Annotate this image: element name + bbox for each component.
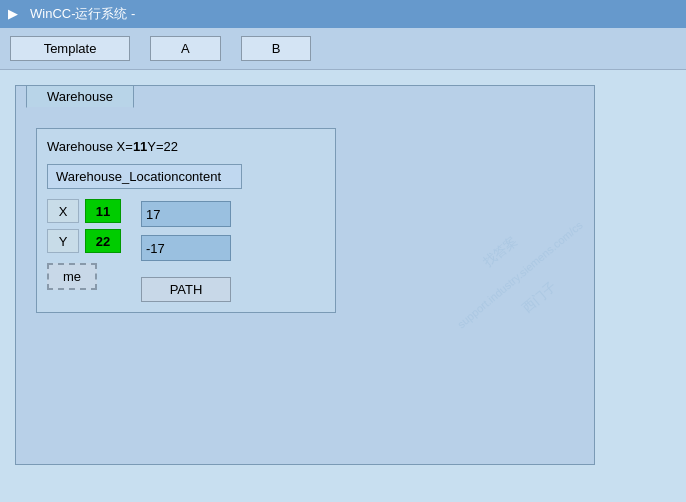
warehouse-panel: Warehouse Warehouse X=11Y=22 Warehouse_L… xyxy=(15,85,595,465)
location-content: Warehouse_Locationcontent xyxy=(47,164,242,189)
path-button[interactable]: PATH xyxy=(141,277,231,302)
x-label: X xyxy=(47,199,79,223)
warehouse-tab[interactable]: Warehouse xyxy=(26,85,134,108)
warehouse-box-title: Warehouse X=11Y=22 xyxy=(47,139,325,154)
a-button[interactable]: A xyxy=(150,36,221,61)
inner-layout: X 11 Y 22 me 17 -17 xyxy=(47,199,325,302)
b-button[interactable]: B xyxy=(241,36,312,61)
input-field-2[interactable]: -17 xyxy=(141,235,231,261)
warehouse-box: Warehouse X=11Y=22 Warehouse_Locationcon… xyxy=(36,128,336,313)
x-row: X 11 xyxy=(47,199,121,223)
app-title: WinCC-运行系统 - xyxy=(30,5,135,23)
title-bar: ▶ WinCC-运行系统 - xyxy=(0,0,686,28)
y-row: Y 22 xyxy=(47,229,121,253)
toolbar: Template A B xyxy=(0,28,686,70)
x-val-title: 11 xyxy=(133,139,147,154)
x-value: 11 xyxy=(85,199,121,223)
left-side: X 11 Y 22 me xyxy=(47,199,121,302)
me-button[interactable]: me xyxy=(47,263,97,290)
template-button[interactable]: Template xyxy=(10,36,130,61)
input-field-1[interactable]: 17 xyxy=(141,201,231,227)
y-label: Y xyxy=(47,229,79,253)
right-inputs: 17 -17 PATH xyxy=(141,201,231,302)
y-val-title: 22 xyxy=(164,139,178,154)
y-value: 22 xyxy=(85,229,121,253)
main-content: Warehouse Warehouse X=11Y=22 Warehouse_L… xyxy=(0,70,686,480)
me-row: me xyxy=(47,259,121,290)
app-icon: ▶ xyxy=(8,6,24,22)
